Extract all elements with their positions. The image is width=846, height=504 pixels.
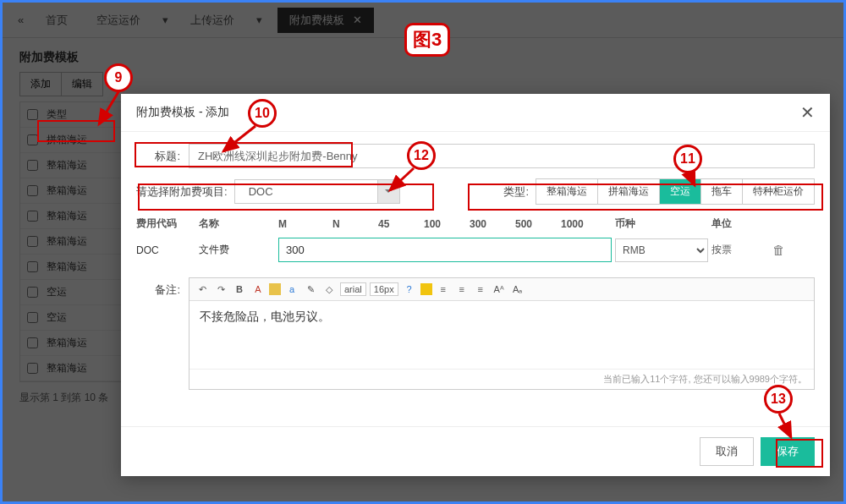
help-icon[interactable]: ? — [402, 282, 417, 297]
svg-line-4 — [779, 414, 791, 437]
surcharge-select-label: 请选择附加费项目: — [136, 184, 228, 200]
type-option-truck[interactable]: 拖车 — [701, 179, 743, 204]
fee-code: DOC — [136, 244, 195, 256]
fee-name: 文件费 — [199, 243, 275, 257]
type-option-fcl[interactable]: 整箱海运 — [536, 179, 598, 204]
bold-icon[interactable]: B — [232, 282, 247, 297]
surcharge-select-value: DOC — [234, 179, 378, 204]
editor-char-counter: 当前已输入11个字符, 您还可以输入9989个字符。 — [190, 369, 814, 389]
bgcolor-icon[interactable] — [269, 283, 281, 295]
type-option-special[interactable]: 特种柜运价 — [743, 179, 814, 204]
eraser-icon[interactable]: ◇ — [321, 282, 337, 297]
modal-close-button[interactable]: ✕ — [800, 104, 815, 121]
subscript-icon[interactable]: Aₐ — [510, 282, 525, 297]
fee-grid-row: DOC 文件费 RMB 按票 🗑 — [136, 238, 815, 272]
cancel-button[interactable]: 取消 — [700, 437, 754, 466]
font-a-icon[interactable]: a — [284, 282, 299, 297]
annotation-fig3: 图3 — [404, 23, 450, 57]
align-right-icon[interactable]: ≡ — [473, 282, 488, 297]
annotation-11: 11 — [673, 145, 702, 173]
rich-text-editor: ↶ ↷ B A a ✎ ◇ arial 16px ? ≡ ≡ ≡ Aᴬ Aₐ — [189, 277, 815, 390]
svg-line-1 — [223, 126, 255, 151]
annotation-12: 12 — [407, 141, 436, 170]
svg-line-0 — [99, 90, 119, 124]
type-label: 类型: — [503, 184, 529, 200]
currency-select[interactable]: RMB — [615, 238, 708, 262]
highlight-icon[interactable] — [420, 283, 432, 295]
fee-unit: 按票 — [711, 243, 762, 257]
align-center-icon[interactable]: ≡ — [454, 282, 470, 297]
font-family-select[interactable]: arial — [340, 282, 366, 296]
delete-row-button[interactable]: 🗑 — [766, 243, 791, 257]
font-size-select[interactable]: 16px — [370, 282, 398, 296]
superscript-icon[interactable]: Aᴬ — [492, 282, 507, 297]
brush-icon[interactable]: ✎ — [303, 282, 318, 297]
modal-title: 附加费模板 - 添加 — [136, 105, 229, 120]
annotation-13: 13 — [764, 385, 793, 414]
fgcolor-icon[interactable]: A — [250, 282, 266, 297]
redo-icon[interactable]: ↷ — [213, 282, 228, 297]
title-label: 标题: — [136, 149, 180, 164]
align-left-icon[interactable]: ≡ — [436, 282, 451, 297]
fee-grid-header: 费用代码 名称 M N 45 100 300 500 1000 币种 单位 — [136, 216, 815, 238]
annotation-9: 9 — [104, 63, 133, 92]
editor-toolbar: ↶ ↷ B A a ✎ ◇ arial 16px ? ≡ ≡ ≡ Aᴬ Aₐ — [190, 278, 814, 301]
remark-label: 备注: — [136, 277, 180, 390]
title-input[interactable] — [189, 144, 815, 168]
type-option-lcl[interactable]: 拼箱海运 — [598, 179, 660, 204]
svg-line-2 — [390, 168, 414, 190]
type-segmented: 整箱海运 拼箱海运 空运 拖车 特种柜运价 — [536, 178, 815, 205]
annotation-10: 10 — [248, 99, 277, 128]
fee-value-input[interactable] — [278, 238, 612, 262]
surcharge-select[interactable]: DOC — [234, 179, 400, 204]
undo-icon[interactable]: ↶ — [195, 282, 210, 297]
editor-body[interactable]: 不接危险品，电池另议。 — [190, 301, 814, 369]
